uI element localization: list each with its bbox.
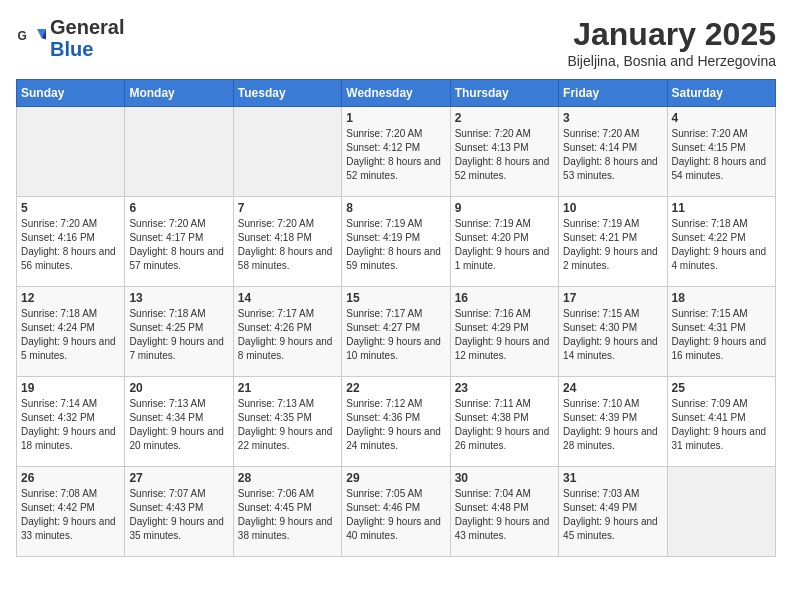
day-number: 12 [21, 291, 120, 305]
calendar-cell: 4Sunrise: 7:20 AM Sunset: 4:15 PM Daylig… [667, 107, 775, 197]
day-info: Sunrise: 7:13 AM Sunset: 4:35 PM Dayligh… [238, 397, 337, 453]
day-number: 28 [238, 471, 337, 485]
day-number: 18 [672, 291, 771, 305]
calendar-cell: 27Sunrise: 7:07 AM Sunset: 4:43 PM Dayli… [125, 467, 233, 557]
weekday-header: Friday [559, 80, 667, 107]
day-info: Sunrise: 7:20 AM Sunset: 4:17 PM Dayligh… [129, 217, 228, 273]
calendar-header: SundayMondayTuesdayWednesdayThursdayFrid… [17, 80, 776, 107]
day-number: 5 [21, 201, 120, 215]
weekday-header: Monday [125, 80, 233, 107]
day-number: 25 [672, 381, 771, 395]
day-info: Sunrise: 7:11 AM Sunset: 4:38 PM Dayligh… [455, 397, 554, 453]
calendar-cell [233, 107, 341, 197]
calendar-cell: 5Sunrise: 7:20 AM Sunset: 4:16 PM Daylig… [17, 197, 125, 287]
day-info: Sunrise: 7:18 AM Sunset: 4:22 PM Dayligh… [672, 217, 771, 273]
calendar-week-row: 1Sunrise: 7:20 AM Sunset: 4:12 PM Daylig… [17, 107, 776, 197]
day-info: Sunrise: 7:07 AM Sunset: 4:43 PM Dayligh… [129, 487, 228, 543]
calendar-cell: 15Sunrise: 7:17 AM Sunset: 4:27 PM Dayli… [342, 287, 450, 377]
day-number: 2 [455, 111, 554, 125]
day-info: Sunrise: 7:08 AM Sunset: 4:42 PM Dayligh… [21, 487, 120, 543]
calendar-cell: 26Sunrise: 7:08 AM Sunset: 4:42 PM Dayli… [17, 467, 125, 557]
weekday-header: Saturday [667, 80, 775, 107]
day-number: 27 [129, 471, 228, 485]
day-info: Sunrise: 7:13 AM Sunset: 4:34 PM Dayligh… [129, 397, 228, 453]
svg-text:G: G [18, 29, 27, 43]
day-number: 24 [563, 381, 662, 395]
weekday-header: Sunday [17, 80, 125, 107]
calendar-cell: 9Sunrise: 7:19 AM Sunset: 4:20 PM Daylig… [450, 197, 558, 287]
day-number: 4 [672, 111, 771, 125]
weekday-header: Tuesday [233, 80, 341, 107]
day-info: Sunrise: 7:15 AM Sunset: 4:30 PM Dayligh… [563, 307, 662, 363]
calendar-table: SundayMondayTuesdayWednesdayThursdayFrid… [16, 79, 776, 557]
title-block: January 2025 Bijeljina, Bosnia and Herze… [567, 16, 776, 69]
calendar-cell: 30Sunrise: 7:04 AM Sunset: 4:48 PM Dayli… [450, 467, 558, 557]
calendar-cell: 19Sunrise: 7:14 AM Sunset: 4:32 PM Dayli… [17, 377, 125, 467]
location-subtitle: Bijeljina, Bosnia and Herzegovina [567, 53, 776, 69]
calendar-cell: 29Sunrise: 7:05 AM Sunset: 4:46 PM Dayli… [342, 467, 450, 557]
day-info: Sunrise: 7:18 AM Sunset: 4:25 PM Dayligh… [129, 307, 228, 363]
logo-icon: G [16, 23, 46, 53]
weekday-header: Wednesday [342, 80, 450, 107]
calendar-cell: 22Sunrise: 7:12 AM Sunset: 4:36 PM Dayli… [342, 377, 450, 467]
calendar-cell: 23Sunrise: 7:11 AM Sunset: 4:38 PM Dayli… [450, 377, 558, 467]
calendar-cell: 28Sunrise: 7:06 AM Sunset: 4:45 PM Dayli… [233, 467, 341, 557]
day-number: 17 [563, 291, 662, 305]
day-info: Sunrise: 7:20 AM Sunset: 4:18 PM Dayligh… [238, 217, 337, 273]
day-number: 19 [21, 381, 120, 395]
logo: G General Blue [16, 16, 124, 60]
day-info: Sunrise: 7:16 AM Sunset: 4:29 PM Dayligh… [455, 307, 554, 363]
logo-blue: Blue [50, 38, 93, 60]
calendar-week-row: 19Sunrise: 7:14 AM Sunset: 4:32 PM Dayli… [17, 377, 776, 467]
day-info: Sunrise: 7:17 AM Sunset: 4:26 PM Dayligh… [238, 307, 337, 363]
calendar-cell: 14Sunrise: 7:17 AM Sunset: 4:26 PM Dayli… [233, 287, 341, 377]
page-header: G General Blue January 2025 Bijeljina, B… [16, 16, 776, 69]
day-info: Sunrise: 7:20 AM Sunset: 4:16 PM Dayligh… [21, 217, 120, 273]
day-info: Sunrise: 7:14 AM Sunset: 4:32 PM Dayligh… [21, 397, 120, 453]
day-number: 9 [455, 201, 554, 215]
day-info: Sunrise: 7:12 AM Sunset: 4:36 PM Dayligh… [346, 397, 445, 453]
day-number: 21 [238, 381, 337, 395]
day-number: 26 [21, 471, 120, 485]
calendar-cell: 11Sunrise: 7:18 AM Sunset: 4:22 PM Dayli… [667, 197, 775, 287]
day-number: 29 [346, 471, 445, 485]
calendar-week-row: 26Sunrise: 7:08 AM Sunset: 4:42 PM Dayli… [17, 467, 776, 557]
day-info: Sunrise: 7:15 AM Sunset: 4:31 PM Dayligh… [672, 307, 771, 363]
calendar-cell [125, 107, 233, 197]
calendar-cell: 25Sunrise: 7:09 AM Sunset: 4:41 PM Dayli… [667, 377, 775, 467]
day-number: 23 [455, 381, 554, 395]
day-number: 14 [238, 291, 337, 305]
day-number: 3 [563, 111, 662, 125]
day-number: 6 [129, 201, 228, 215]
logo-text: General Blue [50, 16, 124, 60]
day-info: Sunrise: 7:20 AM Sunset: 4:12 PM Dayligh… [346, 127, 445, 183]
calendar-week-row: 5Sunrise: 7:20 AM Sunset: 4:16 PM Daylig… [17, 197, 776, 287]
calendar-cell: 8Sunrise: 7:19 AM Sunset: 4:19 PM Daylig… [342, 197, 450, 287]
calendar-cell: 21Sunrise: 7:13 AM Sunset: 4:35 PM Dayli… [233, 377, 341, 467]
day-number: 16 [455, 291, 554, 305]
weekday-header: Thursday [450, 80, 558, 107]
calendar-cell: 16Sunrise: 7:16 AM Sunset: 4:29 PM Dayli… [450, 287, 558, 377]
calendar-cell: 31Sunrise: 7:03 AM Sunset: 4:49 PM Dayli… [559, 467, 667, 557]
calendar-cell [667, 467, 775, 557]
day-info: Sunrise: 7:03 AM Sunset: 4:49 PM Dayligh… [563, 487, 662, 543]
month-title: January 2025 [567, 16, 776, 53]
calendar-cell: 10Sunrise: 7:19 AM Sunset: 4:21 PM Dayli… [559, 197, 667, 287]
calendar-cell: 2Sunrise: 7:20 AM Sunset: 4:13 PM Daylig… [450, 107, 558, 197]
weekday-row: SundayMondayTuesdayWednesdayThursdayFrid… [17, 80, 776, 107]
calendar-cell: 20Sunrise: 7:13 AM Sunset: 4:34 PM Dayli… [125, 377, 233, 467]
day-info: Sunrise: 7:19 AM Sunset: 4:21 PM Dayligh… [563, 217, 662, 273]
day-info: Sunrise: 7:05 AM Sunset: 4:46 PM Dayligh… [346, 487, 445, 543]
calendar-cell: 17Sunrise: 7:15 AM Sunset: 4:30 PM Dayli… [559, 287, 667, 377]
calendar-cell: 3Sunrise: 7:20 AM Sunset: 4:14 PM Daylig… [559, 107, 667, 197]
day-number: 1 [346, 111, 445, 125]
day-number: 7 [238, 201, 337, 215]
day-number: 30 [455, 471, 554, 485]
calendar-cell: 13Sunrise: 7:18 AM Sunset: 4:25 PM Dayli… [125, 287, 233, 377]
calendar-cell: 24Sunrise: 7:10 AM Sunset: 4:39 PM Dayli… [559, 377, 667, 467]
day-info: Sunrise: 7:04 AM Sunset: 4:48 PM Dayligh… [455, 487, 554, 543]
day-number: 20 [129, 381, 228, 395]
day-number: 8 [346, 201, 445, 215]
calendar-cell: 12Sunrise: 7:18 AM Sunset: 4:24 PM Dayli… [17, 287, 125, 377]
calendar-body: 1Sunrise: 7:20 AM Sunset: 4:12 PM Daylig… [17, 107, 776, 557]
